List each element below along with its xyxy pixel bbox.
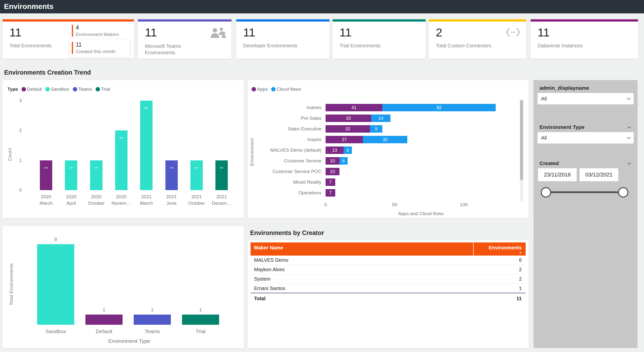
y-tick-label: 2 (14, 128, 22, 133)
bar-segment-cloud-flows[interactable]: 14 (371, 114, 390, 122)
table-row[interactable]: System2 (250, 274, 526, 284)
bar[interactable]: 1 (190, 160, 203, 190)
bar-value-label: 1 (103, 307, 106, 313)
bar-segment-apps[interactable]: 10 (326, 168, 340, 175)
bar-segment-cloud-flows[interactable]: 6 (340, 157, 348, 164)
collapse-chevron-icon[interactable] (628, 161, 631, 164)
kpi-sub-created-this-month: 11 Created this month (72, 41, 128, 55)
bar-value-label: 1 (68, 166, 74, 169)
maker-name-cell: Ernani Santos (250, 286, 473, 291)
bar[interactable] (37, 244, 74, 325)
x-tick-line: Decem… (206, 200, 238, 207)
x-tick-label: Sandbox (40, 328, 72, 335)
bar-value-label: 1 (94, 166, 99, 169)
bar-segment-apps[interactable]: 33 (326, 114, 371, 122)
bar-segment-apps[interactable]: 32 (326, 125, 370, 133)
kpi-card-custom-connectors: 2 Total Custom Connectors (429, 19, 526, 59)
x-tick-label: 0 (324, 202, 327, 208)
bar-segment-apps[interactable]: 27 (326, 136, 363, 143)
table-row[interactable]: MALVES Demo6 (250, 256, 526, 265)
created-end-date-input[interactable]: 03/12/2021 (580, 168, 618, 181)
bar-value-label: 1 (199, 307, 202, 313)
column-header-label: Environments (489, 245, 522, 251)
kpi-sub-environment-makers: 4 Environment Makers (72, 24, 130, 38)
bar-value-label: 1 (219, 166, 224, 169)
bar[interactable] (86, 314, 122, 325)
creation-trend-plot: 012312020March12020April12020October2202… (2, 80, 244, 218)
environments-cell: 6 (473, 257, 526, 263)
bar-segment-apps[interactable]: 7 (326, 179, 335, 186)
segment-value-label: 27 (342, 137, 347, 142)
creator-table: Maker Name Environments ▼ MALVES Demo6Ma… (250, 242, 526, 304)
bar-segment-apps[interactable]: 7 (326, 189, 335, 197)
bar[interactable]: 1 (90, 160, 102, 190)
collapse-chevron-icon[interactable] (628, 125, 631, 128)
environments-cell: 2 (473, 267, 526, 272)
filter-label-environment-type: Environment Type (540, 124, 584, 130)
admin-displayname-dropdown[interactable]: All (538, 93, 634, 104)
table-panel-environments-by-creator: Maker Name Environments ▼ MALVES Demo6Ma… (248, 240, 528, 348)
bar[interactable]: 1 (40, 160, 52, 190)
section-title-creation-trend: Environments Creation Trend (4, 69, 91, 76)
environment-type-dropdown[interactable]: All (538, 132, 634, 143)
bar-segment-apps[interactable]: 13 (326, 146, 344, 154)
segment-value-label: 32 (382, 137, 388, 142)
environments-by-type-plot: 8Sandbox1Default1Teams1Trial (2, 226, 244, 348)
table-row[interactable]: Maykon Alves2 (250, 265, 526, 274)
kpi-sub-metrics: 4 Environment Makers 11 Created this mon… (72, 24, 130, 58)
table-total-row: Total 11 (250, 293, 526, 304)
segment-value-label: 32 (345, 126, 350, 132)
y-tick-label: 1 (14, 158, 22, 163)
scrollbar-thumb[interactable] (520, 100, 523, 181)
bar[interactable]: 3 (140, 101, 152, 190)
category-label: Inspire (248, 136, 322, 143)
maker-name-cell: System (250, 276, 473, 282)
segment-value-label: 6 (346, 148, 349, 153)
kpi-value: 11 (243, 26, 255, 39)
category-label: Customer Service POC (248, 168, 322, 175)
kpi-card-dataverse-instances: 11 Dataverse Instances (530, 19, 638, 59)
total-value: 11 (473, 296, 526, 301)
kpi-value: 11 (10, 26, 22, 39)
bar-segment-cloud-flows[interactable]: 6 (344, 146, 352, 154)
bar[interactable]: 2 (115, 130, 128, 190)
kpi-value: 2 (436, 26, 442, 39)
bar[interactable] (134, 314, 171, 325)
segment-value-label: 14 (378, 116, 383, 121)
dashboard: Environments 11 Total Environments 4 Env… (0, 0, 644, 352)
bar-segment-cloud-flows[interactable]: 32 (363, 136, 407, 143)
bar[interactable] (182, 314, 219, 325)
x-tick-label: Teams (136, 328, 168, 335)
column-header-maker-name[interactable]: Maker Name (250, 242, 473, 256)
date-range-slider-track[interactable] (546, 191, 623, 193)
sub-metric-label: Environment Makers (76, 31, 130, 38)
created-start-date-input[interactable]: 23/11/2016 (538, 168, 577, 181)
table-row[interactable]: Ernani Santos1 (250, 284, 526, 293)
x-axis-title: Apps and Cloud flows (398, 211, 444, 216)
segment-value-label: 10 (330, 158, 335, 163)
x-axis-title: Environment Type (108, 338, 150, 344)
scrollbar-track[interactable] (520, 99, 523, 202)
bar-segment-cloud-flows[interactable]: 82 (382, 104, 496, 111)
column-header-environments[interactable]: Environments ▼ (473, 242, 526, 256)
date-range-slider-handle-start[interactable] (541, 187, 551, 198)
category-label: Customer Service (248, 157, 322, 164)
date-range-slider-handle-end[interactable] (618, 187, 628, 198)
filter-label-admin-displayname: admin_displayname (540, 85, 589, 91)
bar-segment-apps[interactable]: 41 (326, 104, 382, 111)
bar-segment-apps[interactable]: 10 (326, 157, 340, 164)
sub-metric-label: Created this month (76, 48, 128, 55)
bar[interactable]: 1 (216, 160, 228, 190)
kpi-card-developer-environments: 11 Developer Environments (236, 19, 330, 59)
sort-desc-icon: ▼ (519, 251, 522, 254)
sub-metric-value: 4 (76, 24, 130, 31)
segment-value-label: 41 (351, 105, 356, 110)
x-tick-label: 2021Decem… (206, 194, 238, 207)
category-label: MALVES Demo (default) (248, 146, 322, 154)
bar-segment-cloud-flows[interactable]: 9 (370, 125, 382, 133)
bar[interactable]: 1 (166, 160, 178, 190)
bar[interactable]: 1 (65, 160, 77, 190)
chevron-down-icon (627, 96, 631, 100)
chart-panel-apps-cloud-flows: AppsCloud flows Environment malves4182Pr… (248, 80, 528, 218)
kpi-label: Developer Environments (243, 43, 297, 49)
